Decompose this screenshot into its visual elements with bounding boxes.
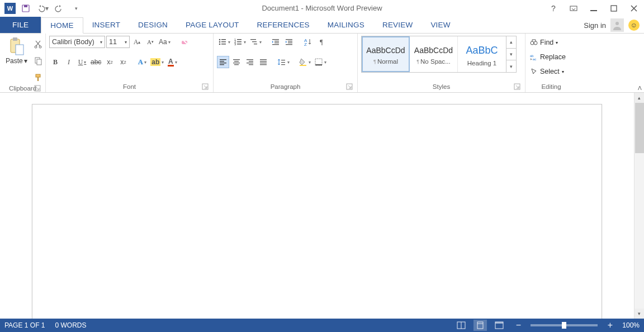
align-center-button[interactable]: [230, 56, 243, 68]
svg-rect-52: [234, 64, 239, 65]
zoom-slider[interactable]: [531, 324, 598, 326]
svg-point-70: [534, 41, 537, 45]
shading-button[interactable]: ▾: [297, 56, 312, 68]
select-button[interactable]: Select▾: [529, 66, 567, 77]
multilevel-list-button[interactable]: ▾: [248, 36, 263, 48]
show-marks-button[interactable]: ¶: [315, 36, 328, 48]
ribbon-display-options-button[interactable]: [564, 0, 584, 17]
subscript-button[interactable]: x2: [103, 56, 116, 68]
redo-button[interactable]: [53, 2, 66, 15]
borders-button[interactable]: ▾: [313, 56, 328, 68]
ribbon: Paste▾ Clipboard Calibri (Body)▾ 11▾ A▴ …: [0, 34, 644, 93]
feedback-smiley-icon[interactable]: ☺: [628, 20, 640, 31]
scroll-down-button[interactable]: ▾: [634, 309, 644, 319]
numbering-button[interactable]: 123▾: [233, 36, 247, 48]
zoom-in-button[interactable]: +: [603, 320, 617, 331]
svg-rect-32: [250, 39, 256, 40]
text-effects-button[interactable]: A▾: [136, 56, 148, 68]
align-right-button[interactable]: [244, 56, 256, 68]
view-print-layout[interactable]: [473, 320, 487, 331]
tab-references[interactable]: REFERENCES: [248, 17, 319, 33]
font-dialog-launcher[interactable]: [202, 83, 209, 90]
maximize-button[interactable]: [604, 0, 624, 17]
copy-button[interactable]: [32, 55, 44, 67]
vertical-scrollbar[interactable]: ▴ ▾: [634, 93, 644, 319]
tab-insert[interactable]: INSERT: [83, 17, 129, 33]
find-button[interactable]: Find▾: [529, 37, 567, 48]
clear-formatting-button[interactable]: [178, 36, 191, 48]
decrease-indent-button[interactable]: [269, 36, 282, 48]
svg-rect-27: [237, 39, 242, 40]
zoom-out-button[interactable]: −: [512, 320, 525, 331]
strikethrough-button[interactable]: abc: [89, 56, 102, 68]
svg-rect-39: [286, 39, 292, 40]
svg-rect-47: [220, 63, 226, 63]
bullets-button[interactable]: ▾: [217, 36, 231, 48]
help-button[interactable]: ?: [543, 0, 564, 17]
replace-button[interactable]: abac Replace: [529, 51, 567, 63]
styles-expand[interactable]: ▾: [506, 60, 516, 72]
tab-review[interactable]: REVIEW: [373, 17, 422, 33]
svg-rect-59: [260, 63, 267, 63]
svg-rect-78: [495, 322, 503, 324]
user-avatar[interactable]: [610, 18, 624, 32]
paste-button[interactable]: Paste▾: [3, 36, 30, 66]
styles-scroll-up[interactable]: ▴: [506, 36, 516, 49]
tab-mailings[interactable]: MAILINGS: [319, 17, 373, 33]
svg-rect-62: [281, 62, 285, 63]
font-name-combo[interactable]: Calibri (Body)▾: [49, 36, 105, 48]
increase-indent-button[interactable]: [283, 36, 295, 48]
status-page[interactable]: PAGE 1 OF 1: [4, 321, 45, 329]
line-spacing-button[interactable]: ▾: [276, 56, 291, 68]
scroll-up-button[interactable]: ▴: [634, 93, 644, 103]
document-page[interactable]: [32, 104, 602, 319]
clipboard-dialog-launcher[interactable]: [34, 85, 41, 92]
style-normal[interactable]: AaBbCcDd ¶Normal: [362, 36, 410, 72]
paragraph-dialog-launcher[interactable]: [346, 83, 353, 90]
highlight-button[interactable]: ab▾: [149, 56, 165, 68]
format-painter-button[interactable]: [32, 72, 44, 84]
svg-rect-58: [260, 61, 267, 61]
grow-font-button[interactable]: A▴: [131, 36, 143, 48]
undo-button[interactable]: ▾: [36, 2, 49, 15]
font-color-button[interactable]: A▾: [166, 56, 178, 68]
zoom-level[interactable]: 100%: [622, 321, 640, 329]
font-size-combo[interactable]: 11▾: [106, 36, 130, 48]
cut-button[interactable]: [32, 38, 44, 50]
style-heading-1[interactable]: AaBbC Heading 1: [458, 36, 506, 72]
underline-button[interactable]: U▾: [76, 56, 88, 68]
align-left-button[interactable]: [217, 56, 229, 68]
svg-rect-6: [611, 6, 617, 11]
app-icon: W: [3, 2, 17, 15]
collapse-ribbon-button[interactable]: ᐱ: [638, 85, 642, 91]
superscript-button[interactable]: x2: [117, 56, 129, 68]
status-words[interactable]: 0 WORDS: [55, 321, 86, 329]
view-web-layout[interactable]: [493, 320, 506, 331]
sign-in-link[interactable]: Sign in: [584, 21, 606, 30]
save-button[interactable]: [19, 2, 32, 15]
customize-qat-button[interactable]: ▾: [69, 2, 83, 15]
svg-rect-60: [260, 64, 267, 65]
svg-rect-49: [233, 59, 240, 60]
bold-button[interactable]: B: [49, 56, 61, 68]
change-case-button[interactable]: Aa▾: [158, 36, 172, 48]
tab-view[interactable]: VIEW: [422, 17, 459, 33]
tab-page-layout[interactable]: PAGE LAYOUT: [177, 17, 248, 33]
group-label-clipboard: Clipboard: [9, 85, 36, 92]
minimize-button[interactable]: [584, 0, 604, 17]
tab-design[interactable]: DESIGN: [129, 17, 177, 33]
svg-rect-37: [274, 42, 279, 43]
italic-button[interactable]: I: [63, 56, 75, 68]
sort-button[interactable]: AZ: [302, 36, 314, 48]
view-read-mode[interactable]: [454, 320, 468, 331]
shrink-font-button[interactable]: A▾: [144, 36, 157, 48]
styles-scroll-down[interactable]: ▾: [506, 49, 516, 61]
tab-file[interactable]: FILE: [0, 17, 41, 33]
scroll-thumb[interactable]: [635, 103, 644, 153]
tab-home[interactable]: HOME: [41, 17, 83, 34]
close-button[interactable]: [624, 0, 644, 17]
justify-button[interactable]: [257, 56, 269, 68]
style-no-spacing[interactable]: AaBbCcDd ¶No Spac...: [410, 36, 458, 72]
svg-rect-75: [477, 322, 483, 329]
styles-dialog-launcher[interactable]: [514, 83, 520, 90]
